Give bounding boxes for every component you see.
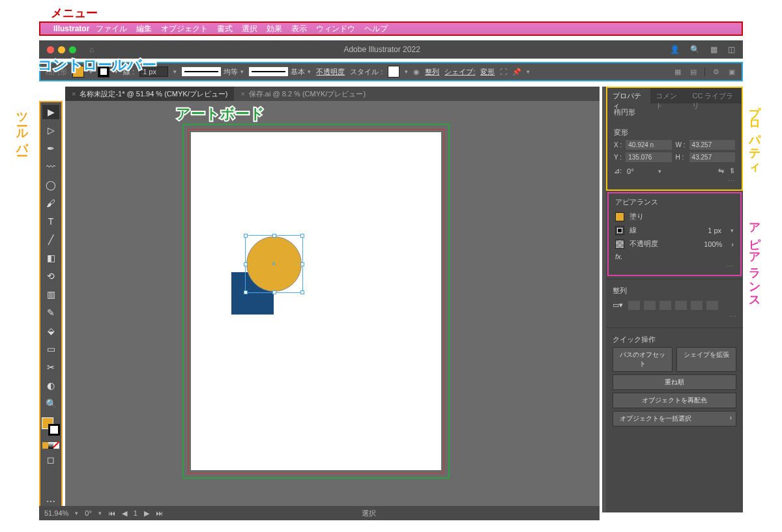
- menu-help[interactable]: ヘルプ: [364, 23, 388, 35]
- type-tool[interactable]: T: [42, 214, 59, 229]
- dock-icon[interactable]: ▣: [727, 68, 736, 76]
- transform-link[interactable]: 変形: [480, 67, 495, 77]
- window-titlebar: ⌂ Adobe Illustrator 2022 👤 🔍 ▦ ◫: [39, 40, 743, 59]
- stroke-width-input[interactable]: 1 px: [139, 66, 168, 77]
- h-input[interactable]: 43.257: [689, 152, 735, 162]
- close-tab-icon[interactable]: ×: [240, 90, 244, 98]
- offset-path-button[interactable]: パスのオフセット: [613, 347, 673, 372]
- color-mode-bar[interactable]: [42, 442, 59, 449]
- menu-view[interactable]: 表示: [291, 23, 307, 35]
- page-nav-first[interactable]: ⏮: [108, 509, 115, 517]
- curvature-tool[interactable]: 〰: [42, 160, 59, 174]
- pin-icon[interactable]: 📌: [512, 68, 521, 76]
- align-to-icon[interactable]: ▭▾: [613, 301, 624, 310]
- align-link[interactable]: 整列: [425, 67, 439, 77]
- shape-type-label: 楕円形: [614, 107, 735, 117]
- paintbrush-tool[interactable]: 🖌: [42, 196, 59, 210]
- doc-tab-2[interactable]: ×保存.ai @ 8.2 % (CMYK/プレビュー): [234, 87, 372, 101]
- artboard[interactable]: [191, 132, 441, 470]
- recolor-icon[interactable]: ◉: [413, 68, 420, 76]
- fill-swatch[interactable]: [72, 66, 84, 77]
- stroke-label: 線 :: [123, 67, 134, 77]
- selection-tool[interactable]: ▶: [42, 105, 59, 119]
- panel-tabs: プロパティ コメント CC ライブラリ: [607, 88, 742, 104]
- isolate-icon[interactable]: ⛶: [500, 68, 507, 76]
- fill-color-swatch[interactable]: [615, 212, 624, 221]
- tab-cclib[interactable]: CC ライブラリ: [687, 88, 742, 104]
- window-controls[interactable]: [39, 46, 84, 53]
- w-input[interactable]: 43.257: [689, 140, 735, 150]
- brush-preview[interactable]: [249, 67, 288, 76]
- fill-stroke-swatch[interactable]: [42, 417, 60, 436]
- doc-tab-1[interactable]: ×名称未設定-1* @ 51.94 % (CMYK/プレビュー): [65, 87, 234, 101]
- align-left-icon[interactable]: [628, 301, 640, 310]
- properties-panel: プロパティ コメント CC ライブラリ 楕円形 変形 X :40.924 n W…: [606, 87, 743, 512]
- artboard-tool[interactable]: ▭: [42, 342, 59, 356]
- arrange-icon[interactable]: ◫: [728, 45, 735, 54]
- width-tool[interactable]: ▥: [42, 287, 59, 301]
- direct-select-tool[interactable]: ▷: [42, 123, 59, 137]
- opacity-link[interactable]: 不透明度: [316, 67, 345, 77]
- pen-tool[interactable]: ✒: [42, 141, 59, 156]
- screen-mode-tool[interactable]: ◻: [42, 453, 59, 467]
- tab-properties[interactable]: プロパティ: [607, 88, 650, 104]
- page-nav-prev[interactable]: ◀: [122, 509, 127, 518]
- page-number[interactable]: 1: [134, 509, 138, 517]
- page-nav-next[interactable]: ▶: [144, 509, 149, 518]
- arrange-button[interactable]: 重ね順: [613, 374, 736, 390]
- tab-comments[interactable]: コメント: [650, 88, 687, 104]
- menu-select[interactable]: 選択: [242, 23, 257, 35]
- search-icon[interactable]: 🔍: [690, 45, 700, 54]
- menu-edit[interactable]: 編集: [136, 23, 152, 35]
- rotation-input[interactable]: 0°: [627, 167, 653, 175]
- annotation-properties: プロパティ: [747, 98, 762, 171]
- shapebuilder-tool[interactable]: ⬙: [42, 324, 59, 338]
- menu-object[interactable]: オブジェクト: [161, 23, 208, 35]
- menu-effect[interactable]: 効果: [267, 23, 282, 35]
- align-vcenter-icon[interactable]: [691, 301, 702, 310]
- stroke-color-swatch[interactable]: [615, 226, 624, 235]
- shape-link[interactable]: シェイプ:: [444, 67, 475, 77]
- align-bottom-icon[interactable]: [706, 301, 718, 310]
- zoom-value[interactable]: 51.94%: [44, 509, 68, 517]
- recolor-button[interactable]: オブジェクトを再配色: [613, 393, 736, 408]
- rotation-value[interactable]: 0°: [85, 509, 92, 517]
- eyedropper-tool[interactable]: ✎: [42, 305, 59, 320]
- close-tab-icon[interactable]: ×: [72, 90, 76, 98]
- x-input[interactable]: 40.924 n: [626, 140, 671, 150]
- menu-type[interactable]: 書式: [217, 23, 233, 35]
- opacity-swatch[interactable]: [615, 240, 624, 249]
- user-icon[interactable]: 👤: [670, 45, 680, 54]
- menu-window[interactable]: ウィンドウ: [316, 23, 355, 35]
- scissors-tool[interactable]: ✂: [42, 360, 59, 374]
- menu-file[interactable]: ファイル: [96, 23, 127, 35]
- snap-grid-icon[interactable]: ▦: [673, 68, 682, 76]
- opacity-input[interactable]: 100%: [700, 240, 726, 249]
- workspace-icon[interactable]: ▦: [710, 45, 717, 54]
- home-icon[interactable]: ⌂: [89, 45, 94, 54]
- snap-pixel-icon[interactable]: ▤: [689, 68, 698, 76]
- selection-bbox[interactable]: [245, 235, 303, 293]
- style-swatch[interactable]: [388, 66, 399, 77]
- flip-h-icon[interactable]: ⇋: [718, 167, 724, 175]
- canvas-area[interactable]: [65, 101, 600, 512]
- zoom-tool[interactable]: 🔍: [42, 397, 59, 411]
- gradient-tool[interactable]: ◐: [42, 378, 59, 393]
- rotate-tool[interactable]: ⟲: [42, 269, 59, 283]
- line-tool[interactable]: ╱: [42, 232, 59, 247]
- expand-shape-button[interactable]: シェイプを拡張: [676, 347, 736, 372]
- ellipse-tool[interactable]: ◯: [42, 178, 59, 192]
- align-top-icon[interactable]: [675, 301, 687, 310]
- fx-button[interactable]: fx.: [615, 253, 623, 260]
- align-hcenter-icon[interactable]: [644, 301, 656, 310]
- eraser-tool[interactable]: ◧: [42, 251, 59, 265]
- page-nav-last[interactable]: ⏭: [156, 509, 163, 517]
- align-right-icon[interactable]: [659, 301, 671, 310]
- profile-preview[interactable]: [182, 67, 221, 76]
- y-input[interactable]: 135.076: [626, 152, 671, 162]
- flip-v-icon[interactable]: ⥮: [729, 167, 735, 175]
- pref-icon[interactable]: ⚙: [712, 68, 721, 76]
- stroke-swatch[interactable]: [98, 66, 109, 77]
- global-select-button[interactable]: オブジェクトを一括選択›: [613, 411, 736, 427]
- stroke-w-input[interactable]: 1 px: [704, 226, 725, 235]
